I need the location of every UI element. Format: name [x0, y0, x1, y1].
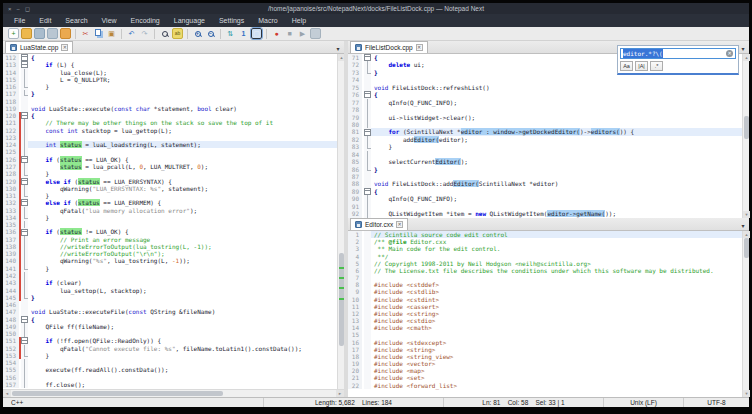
code-line[interactable]: 87	[348, 173, 742, 180]
code-line[interactable]: 134 }	[3, 214, 337, 221]
fold-toggle-icon[interactable]	[21, 112, 28, 119]
code-line[interactable]: 121 // There may be other things on the …	[3, 119, 337, 126]
code-line[interactable]: 119void LuaState::execute(const char *st…	[3, 105, 337, 112]
code-line[interactable]: 127 status = lua_pcall(L, 0, LUA_MULTRET…	[3, 163, 337, 170]
code-line[interactable]: 131 }	[3, 192, 337, 199]
save-icon[interactable]	[34, 28, 45, 39]
save-all-icon[interactable]	[60, 28, 71, 39]
macro-save-icon[interactable]	[310, 28, 321, 39]
code-line[interactable]: 19#include <vector>	[348, 360, 742, 367]
code-line[interactable]: 82 addEditor(editor);	[348, 136, 742, 143]
fold-toggle-icon[interactable]	[21, 156, 28, 163]
code-line[interactable]: 145}	[3, 294, 337, 301]
tab-filelistdock[interactable]: FileListDock.cpp ✕	[350, 41, 428, 53]
code-line[interactable]: 154	[3, 359, 337, 366]
left-horizontal-scrollbar[interactable]: ◄ ►	[3, 389, 344, 397]
paste-icon[interactable]: ▣	[106, 28, 117, 39]
code-line[interactable]: 128 }	[3, 170, 337, 177]
code-line[interactable]: 22#include <forward_list>	[348, 382, 742, 389]
code-line[interactable]: 80	[348, 121, 742, 128]
status-eol-format[interactable]: Unix (LF)	[603, 398, 683, 407]
menu-language[interactable]: Language	[167, 17, 212, 24]
tab-close-icon[interactable]: ✕	[396, 221, 403, 228]
copy-icon[interactable]	[93, 28, 104, 39]
sync-scroll-icon[interactable]: ⇅	[225, 28, 236, 39]
code-line[interactable]: 91	[348, 203, 742, 210]
left-vertical-scrollbar[interactable]: ▲ ▼	[337, 54, 344, 397]
open-folder-icon[interactable]	[21, 28, 32, 39]
save-as-icon[interactable]	[47, 28, 58, 39]
menu-view[interactable]: View	[95, 17, 124, 24]
undo-icon[interactable]: ↶	[126, 28, 137, 39]
menu-settings[interactable]: Settings	[212, 17, 251, 24]
fold-toggle-icon[interactable]	[21, 228, 28, 235]
code-line[interactable]: 15	[348, 331, 742, 338]
code-line[interactable]: 8#include <cstddef>	[348, 281, 742, 288]
code-line[interactable]: 84	[348, 151, 742, 158]
code-line[interactable]: 18#include <string_view>	[348, 353, 742, 360]
redo-icon[interactable]: ↷	[139, 28, 150, 39]
left-code[interactable]: 112{113 if (L) {114 lua_close(L);115 L =…	[3, 54, 337, 397]
code-line[interactable]: 153 }	[3, 352, 337, 359]
code-line[interactable]: 115 L = Q_NULLPTR;	[3, 76, 337, 83]
code-line[interactable]: 14#include <cmath>	[348, 324, 742, 331]
code-line[interactable]: 146	[3, 301, 337, 308]
macro-record-icon[interactable]: ●	[271, 28, 282, 39]
code-line[interactable]: 129 else if (status == LUA_ERRSYNTAX) {	[3, 178, 337, 185]
code-line[interactable]: 74	[348, 76, 742, 83]
code-line[interactable]: 125	[3, 148, 337, 155]
fold-toggle-icon[interactable]	[364, 188, 371, 195]
code-line[interactable]: 144 lua_settop(L, stacktop);	[3, 287, 337, 294]
code-line[interactable]: 2/** @file Editor.cxx	[348, 238, 742, 245]
clear-search-icon[interactable]: ✕	[726, 50, 733, 57]
code-line[interactable]: 112{	[3, 54, 337, 61]
whole-word-toggle[interactable]: |A|	[635, 61, 648, 71]
fold-toggle-icon[interactable]	[21, 199, 28, 206]
code-line[interactable]: 135	[3, 221, 337, 228]
code-line[interactable]: 7	[348, 274, 742, 281]
code-line[interactable]: 4 **/	[348, 253, 742, 260]
code-line[interactable]: 78	[348, 106, 742, 113]
code-line[interactable]: 150	[3, 330, 337, 337]
code-line[interactable]: 138 //writeErrorToOutput(lua_tostring(L,…	[3, 243, 337, 250]
code-line[interactable]: 139 //writeErrorToOutput("\r\n");	[3, 250, 337, 257]
code-line[interactable]: 126 if (status == LUA_OK) {	[3, 156, 337, 163]
menu-search[interactable]: Search	[58, 17, 94, 24]
scroll-up-icon[interactable]: ▲	[743, 231, 750, 238]
tab-list-dropdown-icon[interactable]: ▾	[737, 220, 749, 230]
fold-toggle-icon[interactable]	[21, 178, 28, 185]
tab-close-icon[interactable]: ✕	[61, 44, 68, 51]
scroll-thumb[interactable]	[744, 238, 749, 258]
code-line[interactable]: 141 }	[3, 265, 337, 272]
code-line[interactable]: 156	[3, 374, 337, 381]
search-input[interactable]: editor.*?\( ✕	[620, 48, 736, 59]
code-line[interactable]: 16#include <stdexcept>	[348, 339, 742, 346]
code-line[interactable]: 20#include <map>	[348, 367, 742, 374]
code-line[interactable]: 12#include <cstring>	[348, 310, 742, 317]
code-line[interactable]: 157 ff.close();	[3, 381, 337, 388]
code-line[interactable]: 133 qFatal("lua memory allocation error"…	[3, 207, 337, 214]
code-line[interactable]: 3 ** Main code for the edit control.	[348, 245, 742, 252]
code-line[interactable]: 137 // Print an error message	[3, 236, 337, 243]
code-line[interactable]: 88void FileListDock::addEditor(Scintilla…	[348, 180, 742, 187]
code-line[interactable]: 118	[3, 98, 337, 105]
code-line[interactable]: 86}	[348, 166, 742, 173]
code-line[interactable]: 149 QFile ff(fileName);	[3, 323, 337, 330]
code-line[interactable]: 142	[3, 272, 337, 279]
find-icon[interactable]	[159, 28, 170, 39]
menu-edit[interactable]: Edit	[32, 17, 58, 24]
macro-play-icon[interactable]: ▶	[297, 28, 308, 39]
code-line[interactable]: 17#include <string>	[348, 346, 742, 353]
status-encoding[interactable]: UTF-8	[683, 398, 749, 407]
zoom-in-icon[interactable]: +	[192, 28, 203, 39]
new-file-icon[interactable]: +	[8, 28, 19, 39]
tab-list-dropdown-icon[interactable]: ▾	[332, 43, 344, 53]
code-line[interactable]: 152 qFatal("Cannot execute file: %s", fi…	[3, 345, 337, 352]
tab-close-icon[interactable]: ✕	[416, 44, 423, 51]
scroll-up-icon[interactable]: ▲	[743, 54, 750, 61]
code-line[interactable]: 9#include <cstdlib>	[348, 288, 742, 295]
match-case-toggle[interactable]: Aa	[620, 61, 633, 71]
code-line[interactable]: 77 qInfo(Q_FUNC_INFO);	[348, 99, 742, 106]
code-line[interactable]: 140 qWarning("%s", lua_tostring(L, -1));	[3, 257, 337, 264]
code-line[interactable]: 90 qInfo(Q_FUNC_INFO);	[348, 195, 742, 202]
